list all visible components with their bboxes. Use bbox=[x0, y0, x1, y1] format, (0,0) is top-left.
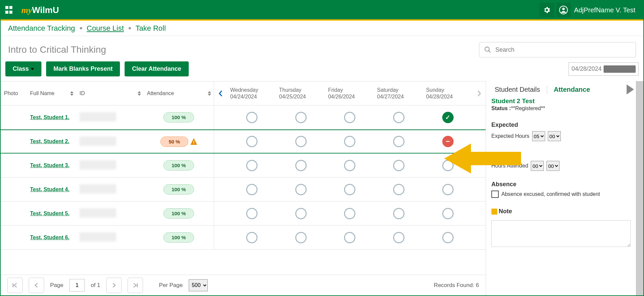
attendance-toggle[interactable] bbox=[295, 184, 307, 195]
detail-student-status: Status :**Registered** bbox=[491, 105, 631, 111]
attendance-toggle[interactable] bbox=[295, 208, 307, 219]
attendance-toggle[interactable] bbox=[344, 232, 355, 243]
absence-heading: Absence bbox=[491, 181, 631, 188]
student-name-link[interactable]: Test, Student 3. bbox=[30, 163, 69, 168]
day-header: Thursday04/25/2024 bbox=[277, 81, 326, 105]
note-icon bbox=[491, 209, 497, 215]
attendance-toggle[interactable] bbox=[246, 232, 258, 243]
student-id-redacted bbox=[79, 184, 116, 194]
attendance-toggle[interactable] bbox=[393, 184, 405, 195]
student-id-redacted bbox=[79, 232, 116, 242]
student-name-link[interactable]: Test, Student 4. bbox=[30, 187, 69, 192]
attendance-toggle[interactable] bbox=[393, 136, 405, 147]
student-id-redacted bbox=[79, 136, 116, 146]
attendance-toggle[interactable] bbox=[246, 160, 258, 171]
attendance-toggle[interactable] bbox=[246, 112, 258, 123]
tab-student-details[interactable]: Student Details bbox=[491, 84, 543, 95]
attendance-toggle[interactable] bbox=[442, 208, 454, 219]
tab-attendance[interactable]: Attendance bbox=[550, 84, 594, 95]
scrollbar[interactable] bbox=[636, 81, 643, 295]
student-id-redacted bbox=[79, 160, 116, 170]
attendance-toggle[interactable] bbox=[393, 208, 405, 219]
attendance-toggle[interactable] bbox=[393, 232, 405, 243]
attendance-toggle[interactable] bbox=[246, 136, 258, 147]
table-row[interactable]: Test, Student 1.100 %✓ bbox=[1, 105, 486, 129]
expected-heading: Expected bbox=[491, 121, 631, 128]
day-header: Wednesday04/24/2024 bbox=[227, 81, 277, 105]
absence-excused-checkbox[interactable] bbox=[491, 191, 499, 198]
attendance-toggle[interactable] bbox=[344, 112, 355, 123]
mark-blanks-present-button[interactable]: Mark Blanks Present bbox=[46, 61, 120, 76]
first-page-button[interactable] bbox=[7, 278, 23, 293]
gear-icon[interactable] bbox=[539, 3, 554, 17]
table-row[interactable]: Test, Student 6.100 % bbox=[1, 226, 486, 250]
page-input[interactable] bbox=[69, 279, 85, 292]
date-picker-value: 04/28/2024 bbox=[572, 65, 604, 72]
attendance-toggle[interactable] bbox=[442, 232, 454, 243]
crumb-course-list[interactable]: Course List bbox=[87, 24, 124, 33]
expected-hours-select[interactable]: 05 bbox=[532, 131, 545, 141]
clear-attendance-button[interactable]: Clear Attendance bbox=[125, 61, 188, 76]
search-input[interactable] bbox=[495, 46, 631, 53]
search-box[interactable] bbox=[479, 42, 636, 57]
attendance-pill: 100 % bbox=[163, 112, 194, 122]
attendance-toggle[interactable] bbox=[295, 160, 307, 171]
next-page-button[interactable] bbox=[106, 278, 122, 293]
present-heading: Present bbox=[491, 151, 631, 158]
attendance-toggle[interactable] bbox=[393, 112, 405, 123]
next-dates-button[interactable] bbox=[472, 81, 486, 105]
svg-point-1 bbox=[562, 8, 565, 10]
attendance-toggle[interactable] bbox=[344, 184, 355, 195]
attendance-toggle[interactable] bbox=[295, 136, 307, 147]
student-name-link[interactable]: Test, Student 1. bbox=[30, 114, 69, 120]
svg-line-3 bbox=[489, 51, 491, 53]
col-header-id[interactable]: ID bbox=[76, 81, 144, 105]
note-textarea[interactable] bbox=[491, 220, 631, 247]
col-header-attendance[interactable]: Attendance bbox=[144, 81, 214, 105]
attendance-toggle[interactable] bbox=[344, 136, 355, 147]
attendance-toggle[interactable] bbox=[393, 160, 405, 171]
table-row[interactable]: Test, Student 5.100 % bbox=[1, 202, 486, 226]
attendance-toggle[interactable] bbox=[295, 112, 307, 123]
student-name-link[interactable]: Test, Student 2. bbox=[30, 138, 69, 144]
app-grid-icon[interactable] bbox=[5, 6, 13, 14]
search-icon bbox=[484, 46, 491, 53]
attendance-toggle[interactable] bbox=[246, 208, 258, 219]
page-label: Page bbox=[50, 282, 63, 289]
attendance-toggle[interactable]: − bbox=[442, 136, 454, 147]
col-header-fullname[interactable]: Full Name bbox=[27, 81, 76, 105]
date-picker[interactable]: 04/28/2024 bbox=[569, 62, 639, 76]
attended-minutes-select[interactable]: 00 bbox=[546, 161, 559, 171]
class-dropdown-button[interactable]: Class bbox=[5, 61, 41, 76]
last-page-button[interactable] bbox=[128, 278, 143, 293]
perpage-select[interactable]: 500 bbox=[189, 279, 208, 291]
prev-dates-button[interactable] bbox=[214, 81, 227, 105]
expected-minutes-select[interactable]: 00 bbox=[548, 131, 561, 141]
expected-hours-label: Expected Hours bbox=[491, 133, 529, 139]
attendance-pill: 100 % bbox=[163, 208, 194, 219]
avatar-icon[interactable] bbox=[556, 3, 571, 17]
username-label: AdjPrefName V. Test bbox=[574, 6, 635, 14]
table-row[interactable]: Test, Student 2.50 %!− bbox=[1, 129, 486, 154]
attendance-toggle[interactable]: ✓ bbox=[442, 112, 454, 123]
attendance-toggle[interactable] bbox=[344, 160, 355, 171]
day-header: Saturday04/27/2024 bbox=[374, 81, 424, 105]
crumb-attendance-tracking[interactable]: Attendance Tracking bbox=[8, 24, 75, 33]
prev-page-button[interactable] bbox=[29, 278, 44, 293]
attendance-toggle[interactable] bbox=[442, 184, 454, 195]
table-row[interactable]: Test, Student 4.100 % bbox=[1, 178, 486, 202]
attendance-toggle[interactable] bbox=[344, 208, 355, 219]
student-name-link[interactable]: Test, Student 5. bbox=[30, 211, 69, 216]
breadcrumb: Attendance Tracking Course List Take Rol… bbox=[1, 21, 643, 36]
page-title: Intro to Critical Thinking bbox=[8, 44, 472, 55]
attendance-toggle[interactable] bbox=[295, 232, 307, 243]
perpage-label: Per Page bbox=[159, 282, 183, 289]
crumb-take-roll[interactable]: Take Roll bbox=[136, 24, 166, 33]
student-name-link[interactable]: Test, Student 6. bbox=[30, 235, 69, 240]
table-row[interactable]: Test, Student 3.100 % bbox=[1, 154, 486, 178]
attendance-toggle[interactable] bbox=[442, 160, 454, 171]
attended-hours-select[interactable]: 00 bbox=[531, 161, 544, 171]
student-id-redacted bbox=[79, 112, 116, 121]
warning-icon: ! bbox=[190, 138, 197, 145]
attendance-toggle[interactable] bbox=[246, 184, 258, 195]
